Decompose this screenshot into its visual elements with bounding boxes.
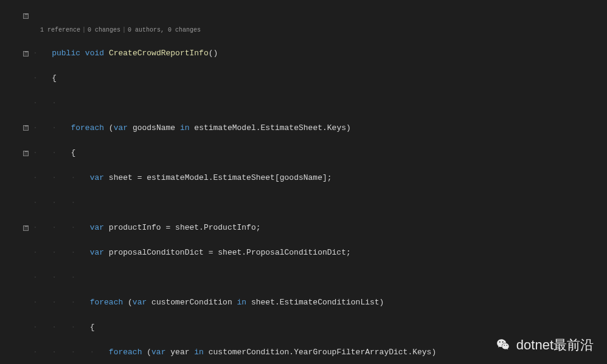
code-line[interactable]: · · · var sheet = estimateModel.Estimate… <box>33 172 607 185</box>
code-line[interactable]: · · <box>33 97 607 110</box>
code-line[interactable]: · public void CreateCrowdReportInfo() <box>33 47 607 60</box>
code-line[interactable]: · · · var proposalConditonDict = sheet.P… <box>33 247 607 259</box>
code-area[interactable]: 1 reference|0 changes|0 authors, 0 chang… <box>30 0 607 364</box>
code-line[interactable]: · · · <box>33 197 607 210</box>
watermark: dotnet最前沿 <box>496 336 594 354</box>
gutter <box>0 0 30 364</box>
codelens-references[interactable]: 1 reference <box>40 27 80 33</box>
code-line[interactable]: · · · var productInfo = sheet.ProductInf… <box>33 222 607 235</box>
code-line[interactable]: · · foreach (var goodsName in estimateMo… <box>33 122 607 135</box>
fold-marker[interactable] <box>23 125 29 131</box>
fold-marker[interactable] <box>23 51 29 57</box>
codelens-changes[interactable]: 0 changes <box>88 27 120 33</box>
fold-marker[interactable] <box>23 151 29 156</box>
code-line[interactable]: · · · <box>33 272 607 284</box>
method-name: CreateCrowdReportInfo <box>109 49 209 58</box>
codelens-authors[interactable]: 0 authors, <box>128 27 164 33</box>
code-line[interactable]: · · · { <box>33 321 607 334</box>
codelens-changes2[interactable]: 0 changes <box>168 27 201 33</box>
code-line[interactable]: · · · foreach (var customerCondition in … <box>33 297 607 309</box>
codelens[interactable]: 1 reference|0 changes|0 authors, 0 chang… <box>33 26 607 35</box>
wechat-icon <box>496 337 512 353</box>
code-editor[interactable]: 1 reference|0 changes|0 authors, 0 chang… <box>0 0 607 364</box>
code-line[interactable]: · · { <box>33 147 607 160</box>
fold-marker[interactable] <box>23 13 29 19</box>
fold-marker[interactable] <box>23 225 29 231</box>
watermark-text: dotnet最前沿 <box>516 336 594 354</box>
code-line[interactable]: · { <box>33 72 607 85</box>
